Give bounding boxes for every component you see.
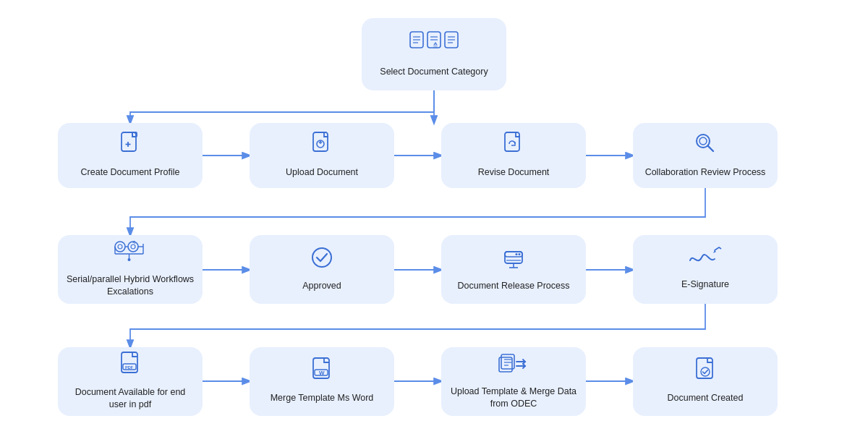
card-create-document-profile[interactable]: Create Document Profile — [58, 123, 203, 188]
svg-rect-13 — [132, 132, 137, 137]
card-collaboration-review[interactable]: Collaboration Review Process — [633, 123, 778, 188]
upload-template-icon — [498, 352, 529, 380]
document-category-icon — [409, 29, 459, 60]
svg-line-21 — [708, 145, 714, 151]
svg-point-38 — [516, 253, 518, 255]
svg-point-33 — [128, 258, 131, 261]
svg-rect-57 — [697, 358, 712, 378]
card-r2c1-label: Serial/parallel Hybrid Workflows Excalat… — [65, 273, 195, 299]
card-document-pdf[interactable]: PDF Document Available for end user in p… — [58, 347, 203, 416]
approved-icon — [307, 244, 336, 274]
svg-point-24 — [118, 244, 122, 249]
card-document-created[interactable]: Document Created — [633, 347, 778, 416]
svg-line-43 — [719, 247, 721, 249]
pdf-icon: PDF — [117, 351, 143, 380]
svg-point-23 — [115, 242, 125, 252]
svg-rect-19 — [505, 132, 519, 151]
card-r1c1-label: Create Document Profile — [81, 166, 180, 179]
card-document-release[interactable]: Document Release Process — [441, 235, 586, 304]
workflow-diagram: Select Document Category Create Document… — [22, 11, 846, 423]
svg-line-42 — [715, 247, 719, 250]
svg-text:W: W — [319, 370, 325, 376]
doc-created-icon — [692, 357, 718, 386]
release-icon — [499, 244, 528, 274]
card-upload-template[interactable]: Upload Template & Merge Data from ODEC — [441, 347, 586, 416]
svg-rect-12 — [122, 132, 136, 151]
card-r2c4-label: E-Signature — [681, 278, 729, 292]
card-upload-document[interactable]: Upload Document — [250, 123, 394, 188]
create-doc-icon — [119, 131, 142, 161]
upload-doc-icon — [310, 131, 333, 161]
svg-point-37 — [519, 253, 521, 255]
svg-point-34 — [312, 248, 331, 267]
word-icon: W — [309, 357, 335, 386]
card-r2c3-label: Document Release Process — [458, 280, 570, 293]
card-r3c2-label: Merge Template Ms Word — [271, 392, 374, 405]
card-esignature[interactable]: E-Signature — [633, 235, 778, 304]
card-r2c2-label: Approved — [302, 280, 341, 293]
revise-doc-icon — [502, 131, 525, 161]
card-r3c3-label: Upload Template & Merge Data from ODEC — [448, 386, 579, 411]
card-r1c2-label: Upload Document — [286, 166, 358, 179]
svg-point-25 — [128, 242, 138, 252]
workflow-icon — [113, 239, 148, 268]
card-merge-template[interactable]: W Merge Template Ms Word — [250, 347, 394, 416]
svg-point-22 — [699, 137, 707, 145]
svg-point-26 — [131, 244, 135, 249]
card-top-label: Select Document Category — [380, 66, 488, 79]
card-r3c1-label: Document Available for end user in pdf — [65, 386, 195, 412]
esignature-icon — [687, 246, 723, 273]
card-r1c3-label: Revise Document — [478, 166, 550, 179]
card-r3c4-label: Document Created — [668, 392, 744, 405]
card-serial-parallel[interactable]: Serial/parallel Hybrid Workflows Excalat… — [58, 235, 203, 304]
svg-text:PDF: PDF — [125, 365, 134, 370]
card-select-document-category[interactable]: Select Document Category — [362, 18, 506, 90]
card-approved[interactable]: Approved — [250, 235, 394, 304]
card-r1c4-label: Collaboration Review Process — [645, 166, 766, 179]
card-revise-document[interactable]: Revise Document — [441, 123, 586, 188]
review-icon — [692, 131, 719, 161]
